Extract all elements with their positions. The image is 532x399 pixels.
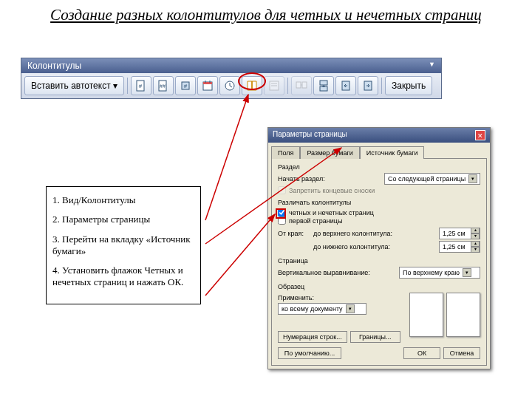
to-footer-label: до нижнего колонтитула: <box>313 243 436 250</box>
preview-page <box>409 293 443 337</box>
svg-text:##: ## <box>160 83 166 89</box>
header-distance-value: 1,25 см <box>440 230 471 237</box>
page-setup-dialog: Параметры страницы ✕ Поля Размер бумаги … <box>267 127 491 369</box>
spin-up-icon[interactable]: ▴ <box>471 228 480 233</box>
valign-value: По верхнему краю <box>403 269 460 276</box>
show-previous-icon[interactable] <box>335 76 356 95</box>
switch-header-footer-icon[interactable] <box>313 76 334 95</box>
toolbar-separator <box>287 78 288 94</box>
sample-group: Образец Применить: ко всему документу ▾ … <box>278 283 480 343</box>
toolbar-dropdown-arrow[interactable]: ▼ <box>429 61 435 71</box>
show-document-text-icon[interactable] <box>264 76 284 95</box>
svg-line-25 <box>205 214 275 296</box>
ok-button[interactable]: ОК <box>403 347 440 359</box>
instruction-step-3: 3. Перейти на вкладку «Источник бумаги» <box>52 233 194 258</box>
apply-to-dropdown[interactable]: ко всему документу ▾ <box>278 303 366 315</box>
dialog-tabs: Поля Размер бумаги Источник бумаги <box>268 143 490 158</box>
to-header-label: до верхнего колонтитула: <box>313 230 436 237</box>
dialog-buttons: По умолчанию... ОК Отмена <box>278 347 480 359</box>
instruction-step-2: 2. Параметры страницы <box>52 214 194 225</box>
footer-distance-spinner[interactable]: 1,25 см ▴▾ <box>439 241 480 253</box>
headers-footers-group: Различать колонтитулы четных и нечетных … <box>278 199 480 253</box>
odd-even-checkbox[interactable] <box>278 208 286 216</box>
spin-down-icon[interactable]: ▾ <box>471 247 480 253</box>
instruction-step-1: 1. Вид/Колонтитулы <box>52 194 194 206</box>
start-section-label: Начать раздел: <box>278 175 381 183</box>
default-button[interactable]: По умолчанию... <box>278 347 341 359</box>
svg-rect-19 <box>320 81 327 85</box>
chevron-down-icon: ▾ <box>468 174 477 183</box>
instruction-step-4: 4. Установить флажок Четных и нечетных с… <box>52 265 194 289</box>
page-setup-icon[interactable] <box>242 76 262 95</box>
valign-dropdown[interactable]: По верхнему краю ▾ <box>399 267 480 279</box>
time-icon[interactable] <box>219 76 240 95</box>
section-group: Раздел Начать раздел: Со следующей стран… <box>278 163 480 194</box>
tab-fields[interactable]: Поля <box>271 146 300 159</box>
close-icon[interactable]: ✕ <box>475 130 485 140</box>
dialog-titlebar: Параметры страницы ✕ <box>268 128 490 143</box>
spin-up-icon[interactable]: ▴ <box>471 241 480 247</box>
header-distance-spinner[interactable]: 1,25 см ▴▾ <box>439 228 480 239</box>
total-pages-icon[interactable]: ## <box>153 76 174 95</box>
from-edge-label: От края: <box>278 230 310 237</box>
page-group-label: Страница <box>278 257 480 265</box>
svg-rect-17 <box>296 82 301 88</box>
toolbar-titlebar: Колонтитулы ▼ <box>21 58 441 73</box>
close-toolbar-button[interactable]: Закрыть <box>385 76 432 95</box>
suppress-endnotes-label: Запретить концевые сноски <box>289 187 375 194</box>
headers-footers-toolbar: Колонтитулы ▼ Вставить автотекст ▾ # ## … <box>21 58 442 99</box>
start-section-value: Со следующей страницы <box>388 175 466 183</box>
toolbar-separator <box>381 78 382 94</box>
svg-rect-7 <box>203 82 212 84</box>
svg-rect-18 <box>302 82 307 88</box>
first-page-label: первой страницы <box>289 217 342 225</box>
borders-button[interactable]: Границы... <box>350 331 400 343</box>
sample-label: Образец <box>278 283 480 290</box>
footer-distance-value: 1,25 см <box>440 243 471 250</box>
page-number-icon[interactable]: # <box>131 76 151 95</box>
toolbar-body: Вставить автотекст ▾ # ## # Закрыть <box>21 73 441 98</box>
apply-to-value: ко всему документу <box>282 305 343 313</box>
line-numbers-button[interactable]: Нумерация строк... <box>278 331 347 343</box>
section-label: Раздел <box>278 163 480 171</box>
valign-label: Вертикальное выравнивание: <box>278 269 396 276</box>
svg-text:#: # <box>139 83 143 89</box>
tab-paper-size[interactable]: Размер бумаги <box>300 146 359 159</box>
apply-to-label: Применить: <box>278 294 406 301</box>
start-section-dropdown[interactable]: Со следующей страницы ▾ <box>384 173 480 185</box>
date-icon[interactable] <box>197 76 218 95</box>
instruction-box: 1. Вид/Колонтитулы 2. Параметры страницы… <box>46 186 201 304</box>
page-title: Создание разных колонтитулов для четных … <box>0 0 532 27</box>
chevron-down-icon: ▾ <box>463 268 471 277</box>
insert-autotext-button[interactable]: Вставить автотекст ▾ <box>24 76 124 95</box>
same-as-previous-icon[interactable] <box>291 76 312 95</box>
chevron-down-icon: ▾ <box>346 304 355 313</box>
preview-page <box>446 293 480 337</box>
format-page-number-icon[interactable]: # <box>175 76 196 95</box>
svg-text:#: # <box>184 83 188 89</box>
toolbar-title-text: Колонтитулы <box>27 61 81 71</box>
dialog-body: Раздел Начать раздел: Со следующей стран… <box>271 158 487 366</box>
hf-group-label: Различать колонтитулы <box>278 199 480 206</box>
toolbar-separator <box>127 78 128 94</box>
tab-paper-source[interactable]: Источник бумаги <box>360 146 425 159</box>
odd-even-label: четных и нечетных страниц <box>289 209 374 216</box>
svg-line-23 <box>205 95 248 220</box>
dialog-title-text: Параметры страницы <box>273 130 347 140</box>
page-group: Страница Вертикальное выравнивание: По в… <box>278 257 480 279</box>
spin-down-icon[interactable]: ▾ <box>471 233 480 239</box>
suppress-endnotes-checkbox <box>278 186 286 194</box>
preview-area <box>409 293 480 337</box>
show-next-icon[interactable] <box>358 76 378 95</box>
cancel-button[interactable]: Отмена <box>443 347 480 359</box>
first-page-checkbox[interactable] <box>278 216 286 225</box>
